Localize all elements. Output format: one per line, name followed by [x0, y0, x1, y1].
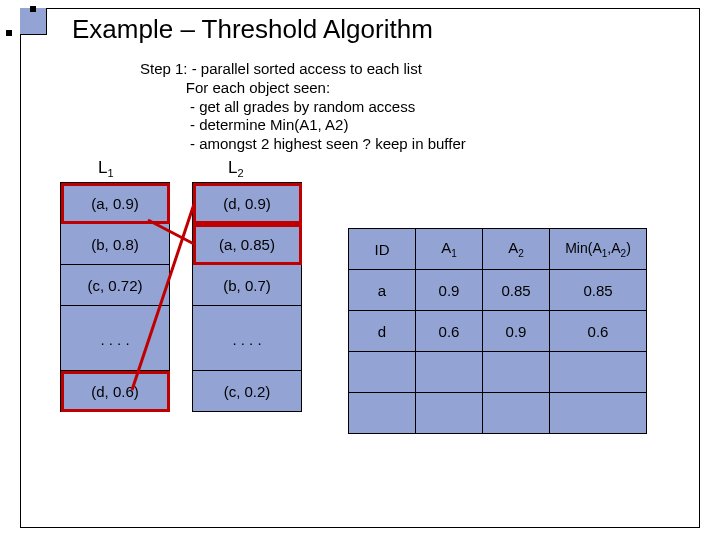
- step-text: Step 1: - parallel sorted access to each…: [140, 60, 466, 154]
- result-head-id: ID: [349, 229, 416, 270]
- result-row: [349, 393, 647, 434]
- slide-title: Example – Threshold Algorithm: [72, 14, 433, 45]
- corner-decoration: [20, 8, 47, 35]
- result-cell: 0.9: [416, 270, 483, 311]
- result-cell: 0.9: [483, 311, 550, 352]
- result-cell: [483, 352, 550, 393]
- result-cell: [483, 393, 550, 434]
- list1-cell: (a, 0.9): [61, 183, 170, 224]
- list2-label: L2: [228, 158, 244, 179]
- result-cell: 0.85: [483, 270, 550, 311]
- step-line: For each object seen:: [186, 79, 330, 96]
- deco-dot: [6, 30, 12, 36]
- list1-cell: (b, 0.8): [61, 224, 170, 265]
- step-line: - determine Min(A1, A2): [190, 116, 348, 133]
- list2-cell: (a, 0.85): [193, 224, 302, 265]
- result-cell: 0.6: [416, 311, 483, 352]
- step-line: - amongst 2 highest seen ? keep in buffe…: [190, 135, 466, 152]
- result-cell: [416, 352, 483, 393]
- list2-cell: (b, 0.7): [193, 265, 302, 306]
- list2-table: (d, 0.9) (a, 0.85) (b, 0.7) . . . . (c, …: [192, 182, 302, 412]
- result-row: [349, 352, 647, 393]
- result-row: d 0.6 0.9 0.6: [349, 311, 647, 352]
- result-head-min: Min(A1,A2): [550, 229, 647, 270]
- list1-table: (a, 0.9) (b, 0.8) (c, 0.72) . . . . (d, …: [60, 182, 170, 412]
- deco-dot: [30, 6, 36, 12]
- result-cell: [349, 393, 416, 434]
- result-cell: [550, 393, 647, 434]
- result-head-a2: A2: [483, 229, 550, 270]
- result-cell: [550, 352, 647, 393]
- result-cell: a: [349, 270, 416, 311]
- list1-cell: (d, 0.6): [61, 371, 170, 412]
- list1-cell: (c, 0.72): [61, 265, 170, 306]
- step-heading: Step 1: - parallel sorted access to each…: [140, 60, 422, 77]
- list2-dots: . . . .: [193, 306, 302, 371]
- result-row: a 0.9 0.85 0.85: [349, 270, 647, 311]
- list2-cell: (c, 0.2): [193, 371, 302, 412]
- list1-dots: . . . .: [61, 306, 170, 371]
- result-cell: d: [349, 311, 416, 352]
- result-table: ID A1 A2 Min(A1,A2) a 0.9 0.85 0.85 d 0.…: [348, 228, 647, 434]
- list2-cell: (d, 0.9): [193, 183, 302, 224]
- result-head-a1: A1: [416, 229, 483, 270]
- list1-label: L1: [98, 158, 114, 179]
- result-cell: 0.85: [550, 270, 647, 311]
- result-cell: [416, 393, 483, 434]
- result-cell: 0.6: [550, 311, 647, 352]
- result-cell: [349, 352, 416, 393]
- step-line: - get all grades by random access: [190, 98, 415, 115]
